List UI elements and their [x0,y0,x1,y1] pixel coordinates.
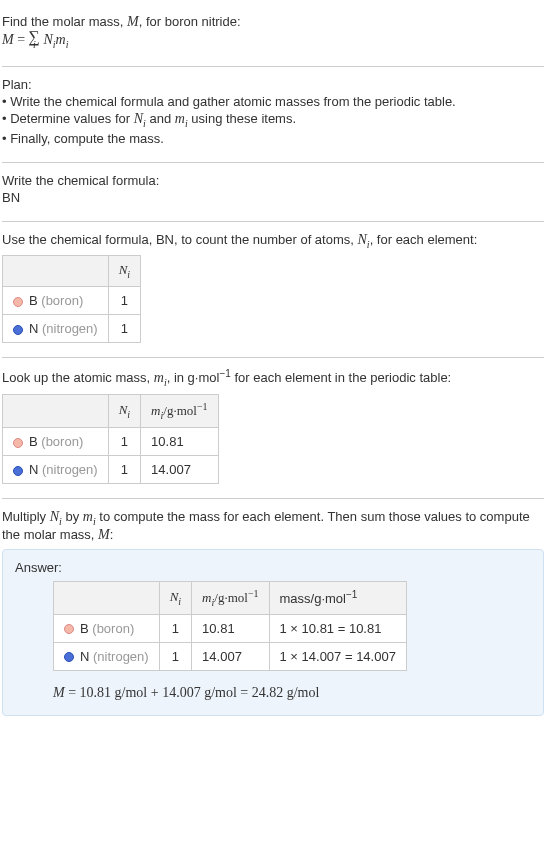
answer-col-element [54,581,160,614]
element-cell: N (nitrogen) [3,314,109,342]
answer-col-mass: mass/g·mol−1 [269,581,406,614]
mass-cell: 1 × 14.007 = 14.007 [269,642,406,670]
element-cell: B (boron) [3,286,109,314]
element-cell: B (boron) [54,614,160,642]
count-col-element [3,256,109,287]
table-row: B (boron) 1 10.81 [3,428,219,456]
ni-cell: 1 [108,286,140,314]
mass-cell: 1 × 10.81 = 10.81 [269,614,406,642]
ni-cell: 1 [159,642,191,670]
chemformula-value: BN [2,190,544,205]
mi-cell: 14.007 [192,642,269,670]
answer-section: Multiply Ni by mi to compute the mass fo… [2,499,544,730]
lookup-col-mi: mi/g·mol−1 [141,395,218,428]
molar-mass-formula: M = ∑i Nimi [2,32,544,50]
table-row: N (nitrogen) 1 14.007 1 × 14.007 = 14.00… [54,642,407,670]
answer-table: Ni mi/g·mol−1 mass/g·mol−1 B (boron) 1 1… [53,581,407,671]
answer-label: Answer: [15,560,531,575]
table-row: B (boron) 1 [3,286,141,314]
ni-cell: 1 [159,614,191,642]
plan-heading: Plan: [2,77,544,92]
element-cell: N (nitrogen) [3,456,109,484]
boron-dot-icon [13,297,23,307]
answer-box: Answer: Ni mi/g·mol−1 mass/g·mol−1 B (bo… [2,549,544,716]
plan-item-3: • Finally, compute the mass. [2,131,544,146]
lookup-heading: Look up the atomic mass, mi, in g·mol−1 … [2,368,544,388]
chemical-formula-section: Write the chemical formula: BN [2,163,544,222]
lookup-col-ni: Ni [108,395,140,428]
count-section: Use the chemical formula, BN, to count t… [2,222,544,358]
ni-cell: 1 [108,456,140,484]
answer-col-ni: Ni [159,581,191,614]
intro-section: Find the molar mass, M, for boron nitrid… [2,4,544,67]
boron-dot-icon [13,438,23,448]
mi-cell: 10.81 [192,614,269,642]
result-line: M = 10.81 g/mol + 14.007 g/mol = 24.82 g… [53,685,531,701]
lookup-section: Look up the atomic mass, mi, in g·mol−1 … [2,358,544,499]
mi-cell: 10.81 [141,428,218,456]
lookup-table: Ni mi/g·mol−1 B (boron) 1 10.81 N (nitro… [2,394,219,484]
table-row: N (nitrogen) 1 14.007 [3,456,219,484]
plan-item-2: • Determine values for Ni and mi using t… [2,111,544,129]
lookup-col-element [3,395,109,428]
multiply-text: Multiply Ni by mi to compute the mass fo… [2,509,544,543]
ni-cell: 1 [108,314,140,342]
chemformula-heading: Write the chemical formula: [2,173,544,188]
count-table: Ni B (boron) 1 N (nitrogen) 1 [2,255,141,343]
nitrogen-dot-icon [13,325,23,335]
count-col-ni: Ni [108,256,140,287]
plan-section: Plan: • Write the chemical formula and g… [2,67,544,163]
element-cell: B (boron) [3,428,109,456]
intro-line: Find the molar mass, M, for boron nitrid… [2,14,544,30]
nitrogen-dot-icon [64,652,74,662]
nitrogen-dot-icon [13,466,23,476]
mi-cell: 14.007 [141,456,218,484]
table-row: B (boron) 1 10.81 1 × 10.81 = 10.81 [54,614,407,642]
table-row: N (nitrogen) 1 [3,314,141,342]
ni-cell: 1 [108,428,140,456]
element-cell: N (nitrogen) [54,642,160,670]
boron-dot-icon [64,624,74,634]
plan-item-1: • Write the chemical formula and gather … [2,94,544,109]
count-heading: Use the chemical formula, BN, to count t… [2,232,544,250]
answer-col-mi: mi/g·mol−1 [192,581,269,614]
